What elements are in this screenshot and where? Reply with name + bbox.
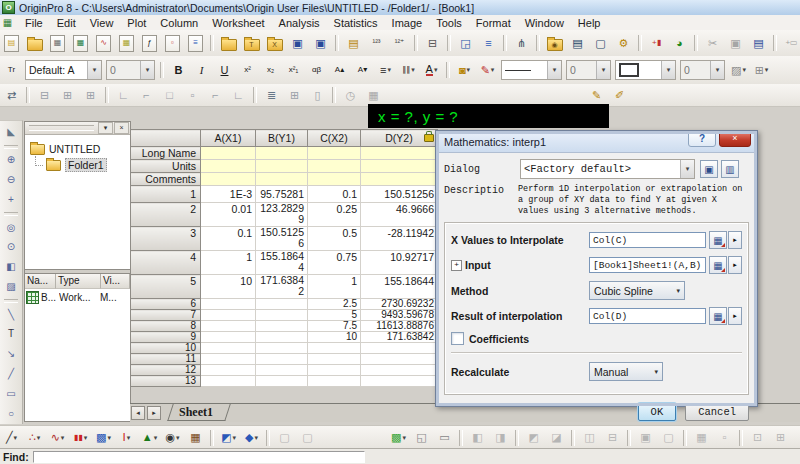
chevron-down-icon[interactable]: ▾ [648, 368, 658, 376]
explorer-column-type[interactable]: Type [56, 274, 101, 289]
cell[interactable] [201, 310, 256, 321]
fill-color-icon[interactable]: ◙▾ [454, 60, 475, 81]
cell[interactable] [361, 173, 438, 186]
font-color-icon[interactable]: A▾ [421, 60, 442, 81]
new-workbook-icon[interactable]: ▦ [47, 33, 68, 54]
font-type-icon[interactable]: Tr [1, 60, 22, 81]
data-reader-tool-icon[interactable]: ⊙ [1, 238, 21, 257]
merge-cells-icon[interactable]: ⊞ [284, 85, 305, 106]
zoom-in-tool-icon[interactable]: ⊕ [1, 151, 21, 170]
font-preset-combo[interactable]: Default: A ▾ [25, 60, 102, 80]
recalculate-select[interactable]: Manual ▾ [589, 362, 663, 381]
cell[interactable]: 11613.88876 [361, 321, 438, 332]
add-column-icon[interactable]: +▮ [646, 33, 667, 54]
row-header[interactable]: 9 [131, 332, 201, 343]
dropdown-caret-icon[interactable]: ▾ [765, 66, 769, 74]
cell[interactable]: 10 [201, 275, 256, 299]
menu-format[interactable]: Format [469, 16, 518, 30]
cell[interactable]: 46.9666 [361, 203, 438, 227]
chevron-down-icon[interactable]: ▾ [670, 287, 680, 295]
new-graph-icon[interactable]: ∿ [93, 33, 114, 54]
row-header[interactable]: 8 [131, 321, 201, 332]
spacing-icon[interactable]: ∥∥▾ [398, 60, 419, 81]
cell[interactable] [201, 354, 256, 365]
row-header[interactable]: 11 [131, 354, 201, 365]
cell[interactable] [308, 147, 361, 160]
print-icon[interactable]: ⊟ [422, 33, 443, 54]
cell[interactable]: 155.18644 [361, 275, 438, 299]
underline-icon[interactable]: U [214, 60, 235, 81]
expand-icon[interactable]: + [451, 260, 462, 271]
cell[interactable] [201, 365, 256, 376]
align-right-icon[interactable]: ◨ [490, 427, 511, 448]
flyout-arrow-button[interactable]: ▸ [728, 307, 742, 325]
cell[interactable] [308, 376, 361, 387]
column-header-c[interactable]: C(X2) [308, 130, 361, 147]
dropdown-caret-icon[interactable]: ▾ [467, 66, 471, 74]
row-header[interactable]: 13 [131, 376, 201, 387]
row-label-comments[interactable]: Comments [131, 173, 201, 186]
explorer-header[interactable]: ▾ × [25, 122, 130, 135]
import-ascii-icon[interactable]: ¹²³ [366, 33, 387, 54]
order-down-icon[interactable]: ⊞ [770, 427, 791, 448]
cell[interactable]: 10 [308, 332, 361, 343]
new-function-icon[interactable]: ƒ [139, 33, 160, 54]
worksheet-corner[interactable] [131, 130, 201, 147]
select-data-icon[interactable]: ▦ [709, 231, 727, 249]
row-header[interactable]: 1 [131, 186, 201, 203]
menu-column[interactable]: Column [153, 16, 205, 30]
row-header[interactable]: 2 [131, 203, 201, 227]
cell[interactable] [256, 310, 308, 321]
mask-tool-icon[interactable]: ▨ [1, 278, 21, 297]
save-theme-icon[interactable]: ▣ [700, 160, 718, 178]
border-width-combo[interactable]: 0 ▾ [680, 60, 725, 80]
cell[interactable] [201, 147, 256, 160]
circle-tool-icon[interactable]: ○ [1, 404, 21, 423]
dropdown-caret-icon[interactable]: ▾ [254, 434, 258, 442]
book-window-icon[interactable]: ▦ [2, 17, 13, 28]
find-input[interactable] [33, 451, 365, 463]
row-height-icon[interactable]: ▯ [307, 85, 328, 106]
code-builder-icon[interactable]: ⚙ [613, 33, 634, 54]
hatch-pattern-icon[interactable]: ▨▾ [728, 60, 749, 81]
cell[interactable]: 1E-3 [201, 186, 256, 203]
cancel-button[interactable]: Cancel [685, 403, 749, 421]
border-inner-icon[interactable]: ▫ [182, 85, 203, 106]
dropdown-caret-icon[interactable]: ▾ [84, 434, 88, 442]
ok-button[interactable]: OK [638, 403, 677, 421]
cell[interactable]: 171.63842 [361, 332, 438, 343]
copy-icon[interactable]: ▣ [725, 33, 746, 54]
new-excel-icon[interactable]: ▦ [70, 33, 91, 54]
cell[interactable]: 0.1 [308, 186, 361, 203]
explorer-item-book1[interactable]: B... Work... M... [25, 289, 130, 305]
cell[interactable] [201, 160, 256, 173]
fit-page-icon[interactable]: ≡ [478, 33, 499, 54]
cell[interactable]: 155.18644 [256, 251, 308, 275]
cell[interactable] [361, 343, 438, 354]
row-header[interactable]: 6 [131, 299, 201, 310]
open-icon[interactable] [218, 33, 239, 54]
bold-icon[interactable]: B [168, 60, 189, 81]
add-graph-window-icon[interactable]: +▭ [781, 33, 800, 54]
cell[interactable] [201, 299, 256, 310]
cell[interactable]: 150.51256 [256, 227, 308, 251]
dropdown-caret-icon[interactable]: ▾ [14, 434, 18, 442]
row-header[interactable]: 3 [131, 227, 201, 251]
line-tool-icon[interactable]: ╱ [1, 365, 21, 384]
increase-font-icon[interactable]: A▴ [329, 60, 350, 81]
cell[interactable]: 0.75 [308, 251, 361, 275]
cell[interactable] [308, 343, 361, 354]
menu-window[interactable]: Window [518, 16, 571, 30]
border-box-icon[interactable]: □ [159, 85, 180, 106]
select-data-icon[interactable]: ▦ [709, 256, 727, 274]
explorer-menu-button[interactable]: ▾ [98, 122, 113, 134]
cell[interactable]: 123.28299 [256, 203, 308, 227]
menu-image[interactable]: Image [385, 16, 430, 30]
dropdown-caret-icon[interactable]: ▾ [434, 66, 438, 74]
distribute-horizontal-icon[interactable]: ◫ [579, 427, 600, 448]
chevron-down-icon[interactable]: ▾ [661, 61, 675, 79]
column-header-b[interactable]: B(Y1) [256, 130, 308, 147]
chevron-down-icon[interactable]: ▾ [680, 160, 694, 178]
template-plot-icon[interactable]: ▩▾ [93, 427, 114, 448]
zoom-out-tool-icon[interactable]: ⊖ [1, 171, 21, 190]
